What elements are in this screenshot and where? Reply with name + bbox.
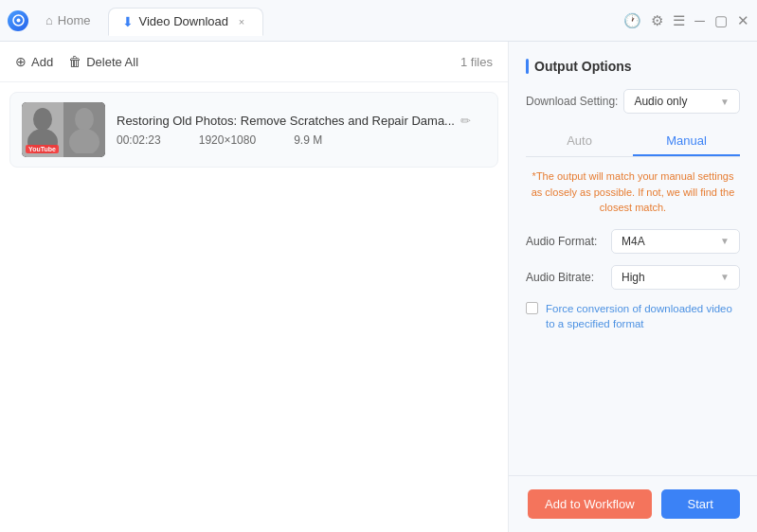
svg-point-4 [75, 108, 94, 131]
add-to-workflow-button[interactable]: Add to Workflow [528, 489, 651, 519]
svg-point-5 [69, 129, 99, 153]
force-conversion-checkbox[interactable] [526, 302, 538, 314]
audio-format-label: Audio Format: [526, 235, 611, 248]
info-text: *The output will match your manual setti… [526, 168, 740, 216]
force-conversion-row: Force conversion of downloaded video to … [526, 301, 740, 331]
download-setting-dropdown[interactable]: Audio only ▼ [623, 89, 740, 114]
file-title: Restoring Old Photos: Remove Scratches a… [117, 114, 455, 128]
download-setting-label: Download Setting: [526, 95, 618, 108]
settings-icon[interactable]: ⚙ [651, 13, 663, 27]
app-icon [8, 10, 28, 31]
tab-manual[interactable]: Manual [633, 127, 740, 156]
home-label: Home [58, 13, 91, 27]
menu-icon[interactable]: ☰ [673, 13, 685, 27]
tab-close-button[interactable]: × [234, 14, 249, 29]
tab-title: Video Download [139, 14, 228, 28]
audio-bitrate-dropdown[interactable]: High ▼ [611, 265, 740, 290]
edit-icon[interactable]: ✏ [460, 114, 471, 128]
thumb-logo: YouTube [26, 145, 59, 153]
delete-all-button[interactable]: 🗑 Delete All [68, 51, 138, 72]
thumb-right [63, 102, 105, 157]
tabs-row: Auto Manual [526, 127, 740, 157]
tab-auto[interactable]: Auto [526, 127, 633, 156]
section-title-bar [526, 59, 529, 74]
tab-video-download[interactable]: ⬇ Video Download × [108, 8, 263, 36]
home-icon: ⌂ [45, 13, 53, 27]
svg-point-2 [33, 108, 52, 131]
minimize-icon[interactable]: ─ [694, 13, 705, 27]
output-options: Output Options Download Setting: Audio o… [509, 42, 757, 475]
history-icon[interactable]: 🕐 [623, 13, 641, 27]
start-button[interactable]: Start [661, 489, 740, 519]
maximize-icon[interactable]: ▢ [714, 13, 728, 27]
download-setting-row: Download Setting: Audio only ▼ [526, 89, 740, 114]
add-icon: ⊕ [15, 54, 27, 69]
file-title-row: Restoring Old Photos: Remove Scratches a… [117, 114, 486, 128]
audio-bitrate-label: Audio Bitrate: [526, 271, 611, 284]
audio-bitrate-row: Audio Bitrate: High ▼ [526, 265, 740, 290]
file-info: Restoring Old Photos: Remove Scratches a… [117, 114, 486, 147]
bottom-bar: Add to Workflow Start [509, 475, 757, 532]
audio-bitrate-arrow-icon: ▼ [720, 272, 730, 282]
trash-icon: 🗑 [68, 54, 81, 69]
file-thumbnail: YouTube [22, 102, 105, 157]
file-duration: 00:02:23 [117, 133, 161, 147]
file-size: 9.9 M [294, 133, 322, 147]
audio-format-value: M4A [622, 235, 645, 248]
main-layout: ⊕ Add 🗑 Delete All 1 files [0, 42, 757, 532]
delete-label: Delete All [86, 55, 138, 69]
toolbar: ⊕ Add 🗑 Delete All 1 files [0, 42, 508, 82]
files-count: 1 files [460, 55, 493, 69]
dropdown-arrow-icon: ▼ [720, 97, 730, 107]
audio-format-dropdown[interactable]: M4A ▼ [611, 229, 740, 254]
file-item: YouTube Restoring Old Photos: Remove Scr… [9, 92, 498, 168]
download-icon: ⬇ [122, 14, 134, 29]
title-bar-controls: 🕐 ⚙ ☰ ─ ▢ ✕ [623, 13, 749, 27]
file-resolution: 1920×1080 [199, 133, 256, 147]
add-label: Add [31, 55, 53, 69]
file-list: YouTube Restoring Old Photos: Remove Scr… [0, 82, 508, 532]
title-bar: ⌂ Home ⬇ Video Download × 🕐 ⚙ ☰ ─ ▢ ✕ [0, 0, 757, 42]
tab-home[interactable]: ⌂ Home [32, 8, 104, 33]
file-meta: 00:02:23 1920×1080 9.9 M [117, 133, 486, 147]
audio-format-row: Audio Format: M4A ▼ [526, 229, 740, 254]
section-title: Output Options [526, 59, 740, 74]
audio-format-arrow-icon: ▼ [720, 236, 730, 246]
force-conversion-label: Force conversion of downloaded video to … [546, 301, 740, 331]
left-panel: ⊕ Add 🗑 Delete All 1 files [0, 42, 509, 532]
audio-bitrate-value: High [622, 271, 645, 284]
download-setting-value: Audio only [634, 95, 687, 108]
title-bar-left: ⌂ Home ⬇ Video Download × [8, 7, 263, 35]
svg-point-1 [16, 19, 20, 23]
add-button[interactable]: ⊕ Add [15, 51, 53, 72]
window-close-icon[interactable]: ✕ [737, 13, 749, 27]
right-panel: Output Options Download Setting: Audio o… [509, 42, 757, 532]
section-title-text: Output Options [534, 59, 632, 74]
